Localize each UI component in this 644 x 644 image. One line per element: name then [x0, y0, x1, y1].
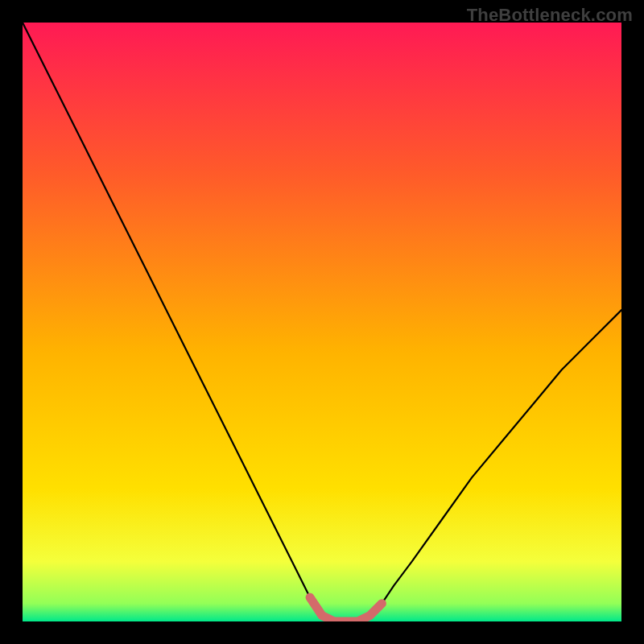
chart-stage: TheBottleneck.com — [0, 0, 644, 644]
plot-area — [23, 23, 621, 621]
bottleneck-curve — [23, 23, 621, 621]
